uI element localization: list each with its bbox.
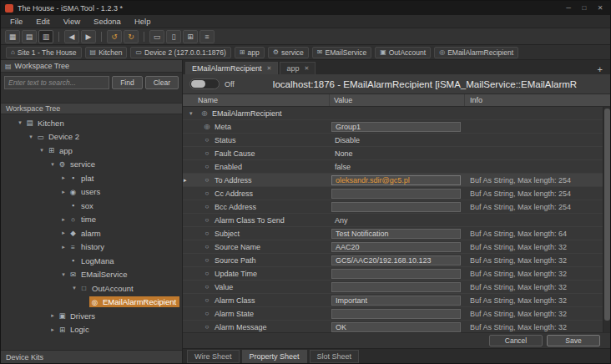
tree-item-device-2[interactable]: ▾▭Device 2 [1,130,182,144]
tree-item-emailservice[interactable]: ▾✉EMailService [1,268,182,282]
expand-arrow-icon[interactable]: ▸ [59,174,68,181]
collapse-arrow-icon[interactable]: ▾ [59,271,68,278]
menu-file[interactable]: File [3,16,29,27]
value-text[interactable]: Any [331,216,348,225]
value-input[interactable] [331,309,461,319]
save-button[interactable]: Save [547,335,600,346]
expand-arrow-icon[interactable]: ▸ [59,230,68,236]
property-row-cc-address[interactable]: ○Cc AddressBuf As String, Max length: 25… [183,187,610,200]
expand-arrow-icon[interactable]: ▸ [59,189,68,195]
new-tab-button[interactable]: + [593,64,608,74]
breadcrumb-kitchen[interactable]: ▤Kitchen [85,47,128,58]
menu-view[interactable]: View [57,16,87,27]
column-header-name[interactable]: Name [183,94,330,106]
collapse-arrow-icon[interactable]: ▾ [16,119,24,126]
value-input[interactable] [331,202,461,212]
property-row-root[interactable]: ▾◎EMailAlarmRecipient [183,107,610,120]
value-input[interactable]: Group1 [331,122,461,132]
vertical-scrollbar[interactable] [603,107,610,332]
tab-app[interactable]: app✕ [280,62,316,74]
refresh-icon[interactable]: ↻ [124,30,139,43]
collapse-arrow-icon[interactable]: ▾ [38,147,46,154]
close-button[interactable]: ✕ [594,4,606,12]
collapse-arrow-icon[interactable]: ▾ [27,134,35,140]
collapse-arrow-icon[interactable]: ▾ [189,110,197,117]
value-input[interactable]: Test Notification [331,229,461,239]
property-row-update-time[interactable]: ○Update TimeBuf As String, Max length: 3… [183,267,610,281]
property-row-meta[interactable]: ◎MetaGroup1 [183,120,610,134]
property-row-to-address[interactable]: ▸○To Addressoleksandr.sdir@gc5.plBuf As … [183,174,610,187]
tree-item-app[interactable]: ▾⊞app [1,144,182,158]
find-button[interactable]: Find [112,76,143,89]
sheet-tab-wire-sheet[interactable]: Wire Sheet [187,350,240,363]
tree-item-outaccount[interactable]: ▾□OutAccount [1,281,182,296]
clear-button[interactable]: Clear [145,76,179,89]
value-text[interactable]: false [331,163,351,171]
menu-help[interactable]: Help [128,16,158,27]
status-toggle[interactable] [189,78,220,89]
property-row-status[interactable]: ○StatusDisable [183,134,610,147]
tree-item-plat[interactable]: ▸▪plat [1,171,182,185]
value-input[interactable]: AAC20 [331,242,461,252]
property-row-fault-cause[interactable]: ○Fault CauseNone [183,147,610,160]
value-input[interactable] [331,282,461,292]
property-row-enabled[interactable]: ○Enabledfalse [183,160,610,174]
search-input[interactable] [4,76,109,89]
app-grid-icon[interactable]: ⊞ [183,30,198,43]
collapse-arrow-icon[interactable]: ▾ [70,285,78,291]
minimize-button[interactable]: ─ [563,4,574,12]
property-row-bcc-address[interactable]: ○Bcc AddressBuf As String, Max length: 2… [183,200,610,214]
property-row-alarm-class-to-send[interactable]: ○Alarm Class To SendAny [183,214,610,227]
breadcrumb-app[interactable]: ⊞app [235,47,265,58]
breadcrumb-outaccount[interactable]: ▣OutAccount [375,47,431,58]
value-input[interactable] [331,189,461,199]
device-kits-panel-header[interactable]: Device Kits [1,350,182,363]
forward-icon[interactable]: ▶ [81,30,96,43]
property-row-alarm-message[interactable]: ○Alarm MessageOKBuf As String, Max lengt… [183,321,610,332]
tab-close-icon[interactable]: ✕ [267,65,272,72]
monitor-icon[interactable]: ▯ [166,30,181,43]
wire-sheet-view-icon[interactable]: ▤ [22,30,37,43]
value-text[interactable]: Disable [331,136,360,144]
sheet-tab-slot-sheet[interactable]: Slot Sheet [310,350,360,363]
property-row-source-name[interactable]: ○Source NameAAC20Buf As String, Max leng… [183,240,610,254]
workspace-view-icon[interactable]: ▦ [5,30,20,43]
value-input[interactable]: OK [331,322,461,332]
property-row-alarm-state[interactable]: ○Alarm StateBuf As String, Max length: 3… [183,307,610,321]
expand-arrow-icon[interactable]: ▸ [48,312,57,319]
breadcrumb-site[interactable]: ⌂Site 1 - The House [6,47,82,58]
expand-arrow-icon[interactable]: ▸ [59,244,68,250]
menu-sedona[interactable]: Sedona [87,16,128,27]
property-row-value[interactable]: ○ValueBuf As String, Max length: 32 [183,281,610,294]
tree-item-history[interactable]: ▸≡history [1,240,182,255]
tree-item-time[interactable]: ▸○time [1,213,182,227]
tree-item-drivers[interactable]: ▸▣Drivers [1,309,182,323]
value-input[interactable] [331,269,461,279]
tree-item-kitchen[interactable]: ▾▤Kitchen [1,116,182,130]
cancel-button[interactable]: Cancel [489,335,543,346]
value-input[interactable]: GC5/AAC20/192.168.10.123 [331,255,461,265]
tree-item-emailalarmrecipient[interactable]: ◎EMailAlarmRecipient [1,296,182,310]
tree-item-sox[interactable]: ▪sox [1,199,182,213]
breadcrumb-emailalarmrecipient[interactable]: ◎EMailAlarmRecipient [434,47,518,58]
property-row-source-path[interactable]: ○Source PathGC5/AAC20/192.168.10.123Buf … [183,254,610,267]
tree-item-logic[interactable]: ▸⊞Logic [1,323,182,337]
value-input[interactable]: Important [331,296,461,306]
column-header-value[interactable]: Value [330,94,465,106]
expand-arrow-icon[interactable]: ▸ [48,326,57,333]
value-text[interactable]: None [331,149,353,158]
tab-close-icon[interactable]: ✕ [304,65,309,72]
breadcrumb-service[interactable]: ⚙service [268,47,309,58]
tree-item-users[interactable]: ▸◉users [1,185,182,200]
property-row-subject[interactable]: ○SubjectTest NotificationBuf As String, … [183,227,610,240]
breadcrumb-device[interactable]: ▭Device 2 (127.0.0.1:1876) [130,47,230,58]
tab-emailalarmrecipient[interactable]: EMailAlarmRecipient✕ [185,62,278,74]
slot-view-icon[interactable]: ▥ [38,30,53,43]
tree-item-logmana[interactable]: ▪LogMana [1,254,182,268]
expand-arrow-icon[interactable]: ▸ [59,216,68,223]
collapse-arrow-icon[interactable]: ▾ [48,161,57,168]
undo-icon[interactable]: ↺ [107,30,122,43]
value-input[interactable]: oleksandr.sdir@gc5.pl [331,175,461,185]
list-icon[interactable]: ≡ [199,30,215,43]
scrollbar-thumb[interactable] [604,109,610,321]
